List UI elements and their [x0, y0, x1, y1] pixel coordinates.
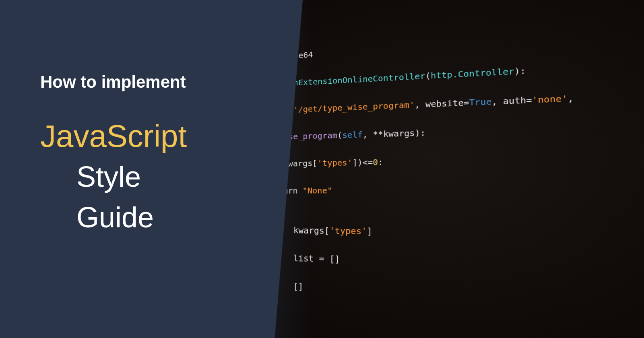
code-line: kwargs['types']: [278, 224, 644, 247]
code-line: list = []: [278, 251, 644, 283]
title-style: Style: [76, 157, 254, 197]
code-line: (kwargs['types'])<=0:: [279, 144, 644, 170]
title-guide: Guide: [76, 197, 254, 238]
code-line: base64: [279, 8, 644, 63]
code-line: sionExtensionOnlineController(http.Contr…: [279, 41, 644, 90]
code-panel: z base64 sionExtensionOnlineController(h…: [270, 0, 644, 338]
code-line: []: [278, 280, 644, 319]
title-javascript: JavaScript: [40, 116, 254, 157]
subtitle: How to implement: [40, 72, 254, 92]
left-panel: How to implement JavaScript Style Guide: [0, 0, 270, 338]
code-line: == 'local_bachelor_program_hsc':: [277, 332, 644, 338]
banner-container: How to implement JavaScript Style Guide …: [0, 0, 644, 338]
code-block: z base64 sionExtensionOnlineController(h…: [270, 0, 644, 338]
code-line: wise_program(self, **kwargs):: [279, 110, 644, 143]
code-line: te('/get/type_wise_program', website=Tru…: [279, 76, 644, 116]
code-line: z: [279, 0, 644, 37]
code-screen: z base64 sionExtensionOnlineController(h…: [270, 0, 644, 338]
code-line: turn "None": [279, 179, 644, 197]
